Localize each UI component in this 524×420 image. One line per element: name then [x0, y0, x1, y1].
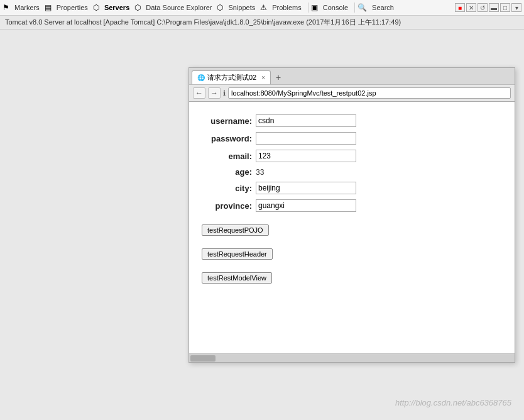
form-row-city: city:	[202, 182, 502, 194]
tab-properties[interactable]: Properties	[53, 3, 92, 13]
form-row-age: age: 33	[202, 167, 502, 177]
form-row-password: password:	[202, 132, 502, 145]
form-row-username: username:	[202, 114, 502, 127]
eclipse-window-controls: ■ ✕ ↺ ▬ □ ▾	[455, 3, 521, 12]
tab-datasource[interactable]: Data Source Explorer	[142, 3, 216, 13]
browser-chrome: 🌐 请求方式测试02 × + ← → ℹ	[189, 68, 515, 102]
label-city: city:	[202, 184, 252, 193]
problems-icon: ⚠	[260, 3, 267, 12]
search-icon: 🔍	[358, 3, 367, 12]
form-row-email: email:	[202, 150, 502, 162]
restart-button[interactable]: ↺	[478, 3, 488, 12]
label-email: email:	[202, 152, 252, 161]
status-bar: Tomcat v8.0 Server at localhost [Apache …	[0, 16, 524, 30]
view-menu-button[interactable]: ▾	[511, 3, 521, 12]
browser-tab-close[interactable]: ×	[261, 74, 265, 81]
test-request-header-button[interactable]: testRequestHeader	[202, 248, 273, 260]
nav-back-button[interactable]: ←	[193, 87, 205, 99]
value-age: 33	[256, 168, 264, 177]
browser-tabs: 🌐 请求方式测试02 × +	[189, 68, 515, 84]
disconnect-button[interactable]: ✕	[466, 3, 476, 12]
tab-snippets[interactable]: Snippets	[224, 3, 259, 13]
properties-icon: ▤	[45, 3, 52, 12]
nav-forward-button[interactable]: →	[208, 87, 221, 99]
eclipse-toolbar: ⚑ Markers ▤ Properties ⬡ Servers ⬡ Data …	[0, 0, 524, 16]
browser-favicon: 🌐	[197, 74, 205, 81]
test-rest-model-view-button[interactable]: testRestModelView	[202, 272, 272, 284]
tab-problems[interactable]: Problems	[268, 3, 305, 13]
servers-icon: ⬡	[93, 3, 99, 12]
browser-addressbar: ← → ℹ	[189, 84, 515, 101]
snippets-icon: ⬡	[217, 3, 223, 12]
browser-content: username: password: email: age: 33 city:	[189, 102, 515, 353]
minimize-button[interactable]: ▬	[489, 3, 499, 12]
tab-console[interactable]: Console	[319, 3, 352, 13]
maximize-button[interactable]: □	[500, 3, 510, 12]
label-password: password:	[202, 134, 252, 143]
browser-new-tab[interactable]: +	[272, 71, 285, 84]
input-city[interactable]	[256, 182, 356, 194]
test-request-pojo-button[interactable]: testRequestPOJO	[202, 224, 269, 236]
datasource-icon: ⬡	[134, 3, 141, 12]
button-section-1: testRequestPOJO	[202, 224, 502, 236]
main-area: 🌐 请求方式测试02 × + ← → ℹ username:	[0, 30, 524, 420]
status-text: Tomcat v8.0 Server at localhost [Apache …	[5, 18, 401, 27]
input-password[interactable]	[256, 132, 356, 145]
watermark: http://blog.csdn.net/abc6368765	[395, 398, 511, 407]
label-age: age:	[202, 167, 252, 177]
tab-servers[interactable]: Servers	[101, 3, 133, 13]
input-username[interactable]	[256, 114, 356, 127]
toolbar-sep1	[308, 3, 308, 13]
button-section-3: testRestModelView	[202, 272, 502, 284]
console-icon: ▣	[311, 3, 318, 12]
markers-icon: ⚑	[3, 3, 9, 12]
stop-button[interactable]: ■	[455, 3, 465, 12]
horizontal-scrollbar[interactable]	[189, 353, 515, 362]
browser-window: 🌐 请求方式测试02 × + ← → ℹ username:	[188, 67, 515, 363]
label-username: username:	[202, 116, 252, 126]
nav-info-icon: ℹ	[223, 89, 226, 97]
input-province[interactable]	[256, 199, 356, 212]
form-row-province: province:	[202, 199, 502, 212]
button-section-2: testRequestHeader	[202, 248, 502, 260]
tab-markers[interactable]: Markers	[11, 3, 43, 13]
browser-tab-label: 请求方式测试02	[207, 73, 256, 82]
browser-tab-active[interactable]: 🌐 请求方式测试02 ×	[192, 70, 271, 84]
address-bar[interactable]	[228, 87, 511, 99]
input-email[interactable]	[256, 150, 356, 162]
toolbar-sep2	[354, 3, 355, 13]
scroll-thumb[interactable]	[190, 355, 216, 362]
label-province: province:	[202, 201, 252, 211]
tab-search[interactable]: Search	[368, 3, 398, 13]
